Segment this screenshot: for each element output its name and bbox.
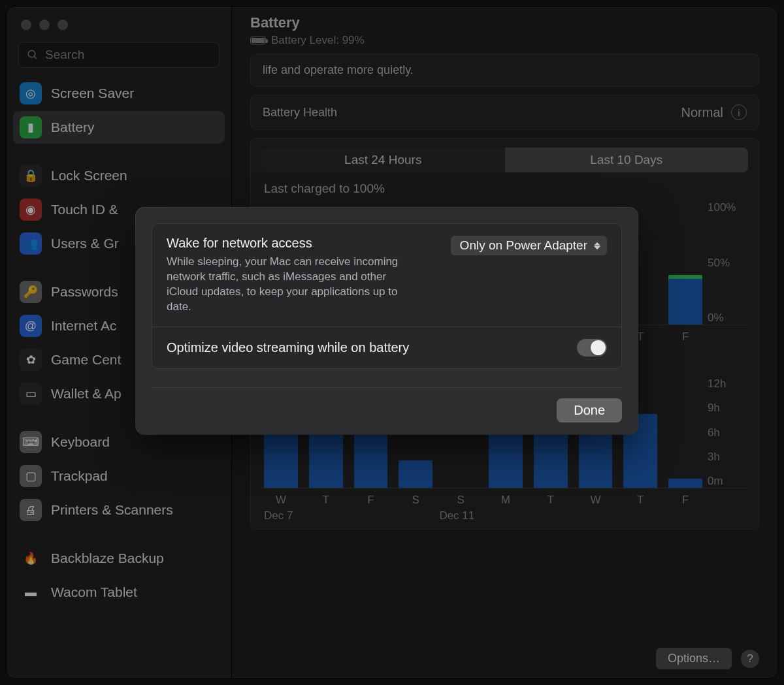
sidebar-item-icon: @ (20, 315, 42, 337)
options-modal: Wake for network access While sleeping, … (136, 208, 638, 434)
x-tick: T (623, 494, 657, 507)
svg-point-0 (28, 50, 35, 57)
close-icon[interactable] (21, 20, 31, 30)
y-tick: 3h (708, 451, 748, 464)
sidebar-item[interactable]: ▬Wacom Tablet (13, 576, 225, 609)
sidebar-item-icon: 🔑 (20, 281, 42, 303)
chart-bar (309, 433, 343, 488)
x-tick: S (444, 494, 478, 507)
sidebar-item-label: Wacom Tablet (51, 584, 137, 600)
content-footer: Options… ? (232, 648, 777, 678)
sidebar-item-label: Game Cent (51, 352, 121, 368)
sidebar-item-label: Passwords (51, 284, 118, 300)
y-tick: 6h (708, 426, 748, 439)
wake-select-value: Only on Power Adapter (460, 238, 587, 253)
sidebar-item-label: Trackpad (51, 468, 108, 484)
x-tick: F (668, 494, 702, 507)
y-tick: 12h (708, 377, 748, 390)
modal-group: Wake for network access While sleeping, … (152, 223, 622, 369)
wake-desc: While sleeping, your Mac can receive inc… (167, 255, 402, 315)
y-tick: 9h (708, 402, 748, 415)
optimize-title: Optimize video streaming while on batter… (167, 340, 561, 355)
sidebar-item[interactable]: 🖨Printers & Scanners (13, 494, 225, 526)
zoom-icon[interactable] (57, 20, 68, 30)
sidebar-item-label: Users & Gr (51, 236, 119, 251)
sidebar-item-icon: ◉ (20, 199, 42, 221)
search-placeholder: Search (45, 48, 84, 62)
sidebar-item-icon: ▭ (20, 383, 42, 405)
chart-bar (489, 433, 523, 488)
sidebar-item-icon: ⌨ (20, 431, 42, 453)
chart-x-axis: WTFSSMTWTF (261, 494, 748, 507)
wake-title: Wake for network access (167, 236, 435, 251)
y-tick: 50% (708, 257, 748, 270)
battery-health-label: Battery Health (263, 106, 337, 119)
window-controls[interactable] (7, 12, 231, 42)
y-tick: 0% (708, 311, 748, 325)
sidebar-item[interactable]: 🔒Lock Screen (13, 159, 225, 192)
sidebar-item-icon: 🔒 (20, 165, 42, 187)
sidebar-item-icon: 🔥 (20, 547, 42, 569)
svg-line-1 (34, 56, 37, 59)
sidebar-item-label: Screen Saver (51, 86, 134, 101)
sidebar-item-icon: ▮ (20, 116, 42, 138)
chart-bar (264, 428, 298, 488)
sidebar-item[interactable]: ▢Trackpad (13, 460, 225, 492)
battery-level-text: Battery Level: 99% (271, 34, 365, 47)
sidebar-item-label: Printers & Scanners (51, 502, 173, 518)
sidebar-item-label: Internet Ac (51, 318, 116, 334)
segment-24h[interactable]: Last 24 Hours (261, 148, 505, 172)
y-tick: 0m (708, 475, 748, 488)
x-tick: T (309, 494, 343, 507)
chart-bar (668, 479, 702, 488)
x-tick: F (354, 494, 388, 507)
page-title: Battery (250, 14, 759, 31)
sidebar-item-icon: ✿ (20, 349, 42, 371)
info-icon[interactable]: i (731, 104, 747, 120)
search-input[interactable]: Search (18, 42, 220, 68)
segment-10d[interactable]: Last 10 Days (505, 148, 749, 172)
y-tick: 100% (708, 201, 748, 214)
sidebar-item-icon: 👥 (20, 232, 42, 255)
chart-bar (399, 460, 433, 488)
options-button[interactable]: Options… (656, 648, 732, 669)
battery-health-row[interactable]: Battery Health Normal i (250, 95, 759, 130)
modal-divider (152, 387, 622, 388)
sidebar-item-label: Touch ID & (51, 202, 118, 217)
optimize-row: Optimize video streaming while on batter… (152, 327, 621, 368)
minimize-icon[interactable] (39, 20, 50, 30)
energy-note-text: life and operate more quietly. (263, 63, 414, 76)
sidebar-item-label: Wallet & Ap (51, 386, 122, 402)
sidebar-item-label: Lock Screen (51, 168, 127, 183)
content-header: Battery Battery Level: 99% (232, 7, 777, 54)
battery-health-status: Normal (681, 105, 723, 120)
battery-icon (250, 37, 266, 44)
sidebar-item-icon: ◎ (20, 82, 42, 104)
chevron-updown-icon (594, 242, 600, 249)
x-tick: W (579, 494, 613, 507)
x-tick: M (489, 494, 523, 507)
sidebar-item-label: Backblaze Backup (51, 550, 164, 566)
optimize-toggle[interactable] (577, 339, 607, 357)
energy-note-card: life and operate more quietly. (250, 54, 759, 87)
sidebar-item[interactable]: ◎Screen Saver (13, 77, 225, 110)
help-icon[interactable]: ? (741, 650, 759, 668)
sidebar-item[interactable]: ▮Battery (13, 111, 225, 144)
sidebar-item-icon: ▬ (20, 581, 42, 603)
last-charged-text: Last charged to 100% (261, 182, 748, 196)
search-icon (27, 49, 39, 61)
wake-row: Wake for network access While sleeping, … (152, 224, 621, 327)
wake-select[interactable]: Only on Power Adapter (451, 236, 607, 255)
x-tick: T (534, 494, 568, 507)
sidebar-item-icon: ▢ (20, 465, 42, 487)
sidebar-item-label: Keyboard (51, 434, 110, 450)
chart-bar (668, 275, 702, 325)
x-tick: F (668, 330, 702, 343)
sidebar-item[interactable]: 🔥Backblaze Backup (13, 542, 225, 575)
time-range-segment[interactable]: Last 24 Hours Last 10 Days (261, 148, 748, 172)
done-button[interactable]: Done (557, 398, 622, 422)
x-tick: S (399, 494, 433, 507)
sidebar-item-icon: 🖨 (20, 499, 42, 521)
chart-date-markers: Dec 7Dec 11 (261, 509, 748, 522)
sidebar-item-label: Battery (51, 119, 95, 135)
